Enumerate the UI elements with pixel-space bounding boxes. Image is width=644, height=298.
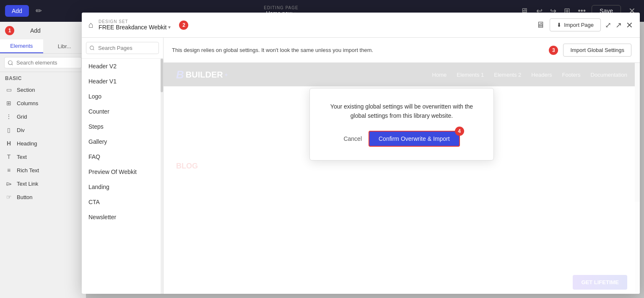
page-item-header-v1[interactable]: Header V1: [82, 74, 163, 89]
confirm-overwrite-import-button[interactable]: Confirm Overwrite & Import: [369, 131, 460, 147]
modal-body: Header V2 Header V1 Logo Counter Steps G…: [82, 38, 640, 294]
import-banner-text: This design relies on global settings. I…: [172, 47, 544, 53]
import-down-icon: ⬇: [557, 22, 561, 28]
design-set-modal: ⌂ DESIGN SET FREE Breakdance Webkit ▾ 2 …: [82, 13, 640, 294]
design-set-label: DESIGN SET: [99, 19, 171, 24]
modal-share-icon[interactable]: ↗: [615, 21, 622, 30]
badge-4: 4: [455, 127, 464, 136]
modal-monitor-icon[interactable]: 🖥: [536, 20, 545, 30]
modal-design-set-info: DESIGN SET FREE Breakdance Webkit ▾: [99, 19, 171, 31]
page-item-header-v2[interactable]: Header V2: [82, 59, 163, 74]
badge-2: 2: [179, 21, 188, 30]
modal-expand-icon[interactable]: ⤢: [605, 21, 611, 30]
modal-top-bar: ⌂ DESIGN SET FREE Breakdance Webkit ▾ 2 …: [82, 13, 640, 38]
badge-3: 3: [549, 46, 558, 55]
import-global-settings-banner: This design relies on global settings. I…: [164, 38, 640, 63]
design-set-name: FREE Breakdance Webkit: [99, 24, 166, 31]
page-item-cta[interactable]: CTA: [82, 194, 163, 210]
modal-home-icon[interactable]: ⌂: [88, 20, 93, 30]
confirm-overwrite-overlay: Your existing global settings will be ov…: [164, 63, 640, 294]
confirm-dialog-text: Your existing global settings will be ov…: [327, 102, 477, 121]
modal-pages-list: Header V2 Header V1 Logo Counter Steps G…: [82, 59, 163, 294]
modal-actions: ⬇ Import Page ⤢ ↗ ✕: [550, 18, 633, 31]
sidebar-scroll-track: [161, 59, 163, 294]
modal-close-button[interactable]: ✕: [626, 20, 633, 30]
page-item-counter[interactable]: Counter: [82, 104, 163, 119]
page-item-preview-of-webkit[interactable]: Preview Of Webkit: [82, 164, 163, 179]
page-item-gallery[interactable]: Gallery: [82, 134, 163, 149]
import-page-button[interactable]: ⬇ Import Page: [550, 18, 601, 31]
confirm-actions: Cancel Confirm Overwrite & Import 4: [327, 131, 477, 147]
search-pages-input[interactable]: [86, 42, 159, 54]
confirm-overwrite-dialog: Your existing global settings will be ov…: [309, 88, 494, 161]
page-item-landing[interactable]: Landing: [82, 179, 163, 194]
modal-overlay: ⌂ DESIGN SET FREE Breakdance Webkit ▾ 2 …: [0, 0, 644, 298]
badge-3-wrapper: 3: [549, 46, 558, 55]
modal-content-inner: B BUILDER + Home Elements 1 Elements 2 H…: [164, 63, 640, 294]
page-item-steps[interactable]: Steps: [82, 119, 163, 134]
page-item-faq[interactable]: FAQ: [82, 149, 163, 164]
modal-content: This design relies on global settings. I…: [164, 38, 640, 294]
design-set-chevron: ▾: [168, 24, 171, 30]
page-item-newsletter[interactable]: Newsletter: [82, 210, 163, 225]
import-global-settings-button[interactable]: Import Global Settings: [563, 44, 631, 57]
badge-2-wrapper: 2: [179, 21, 188, 30]
page-item-logo[interactable]: Logo: [82, 89, 163, 104]
modal-search-box: [82, 38, 163, 59]
confirm-btn-wrapper: Confirm Overwrite & Import 4: [369, 131, 460, 147]
confirm-cancel-button[interactable]: Cancel: [343, 135, 362, 142]
modal-pages-sidebar: Header V2 Header V1 Logo Counter Steps G…: [82, 38, 164, 294]
sidebar-scroll-thumb: [161, 59, 163, 92]
